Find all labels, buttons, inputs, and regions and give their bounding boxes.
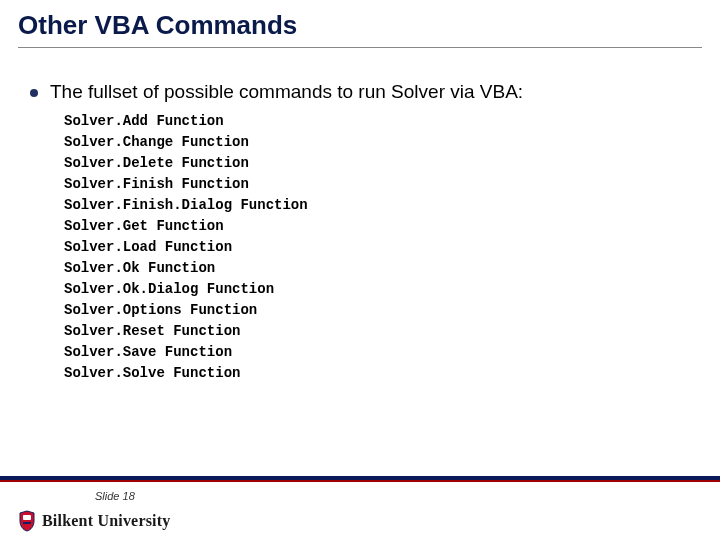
bullet-text: The fullset of possible commands to run … xyxy=(50,80,523,105)
slide-title: Other VBA Commands xyxy=(18,10,702,48)
bullet-icon xyxy=(30,89,38,97)
code-line: Solver.Add Function xyxy=(64,111,690,132)
code-line: Solver.Finish Function xyxy=(64,174,690,195)
code-line: Solver.Load Function xyxy=(64,237,690,258)
code-line: Solver.Get Function xyxy=(64,216,690,237)
slide-number: Slide 18 xyxy=(95,490,135,502)
slide-body: The fullset of possible commands to run … xyxy=(30,80,690,384)
code-line: Solver.Change Function xyxy=(64,132,690,153)
code-line: Solver.Ok.Dialog Function xyxy=(64,279,690,300)
university-branding: Bilkent University xyxy=(18,510,171,532)
code-list: Solver.Add Function Solver.Change Functi… xyxy=(64,111,690,384)
code-line: Solver.Reset Function xyxy=(64,321,690,342)
code-line: Solver.Ok Function xyxy=(64,258,690,279)
code-line: Solver.Solve Function xyxy=(64,363,690,384)
code-line: Solver.Options Function xyxy=(64,300,690,321)
code-line: Solver.Delete Function xyxy=(64,153,690,174)
university-name: Bilkent University xyxy=(42,512,171,530)
slide: Other VBA Commands The fullset of possib… xyxy=(0,0,720,540)
code-line: Solver.Save Function xyxy=(64,342,690,363)
code-line: Solver.Finish.Dialog Function xyxy=(64,195,690,216)
bullet-item: The fullset of possible commands to run … xyxy=(30,80,690,105)
shield-icon xyxy=(18,510,36,532)
footer-divider xyxy=(0,476,720,482)
svg-rect-0 xyxy=(23,515,31,520)
